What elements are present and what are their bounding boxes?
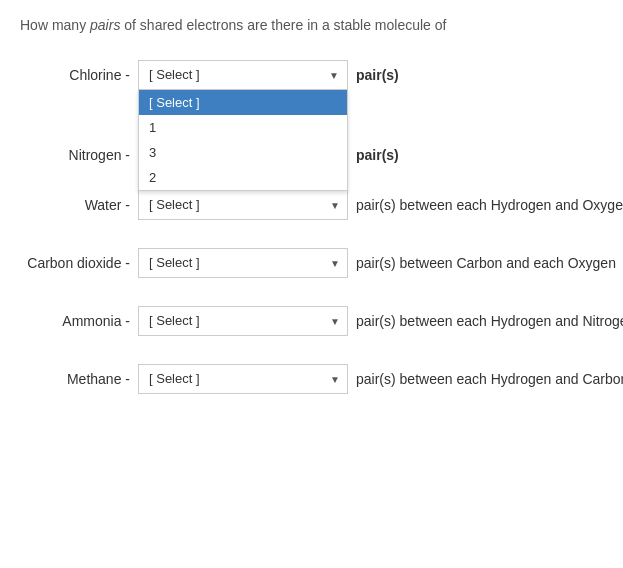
chlorine-select-display[interactable]: [ Select ] <box>138 60 348 90</box>
nitrogen-suffix: pair(s) <box>356 147 399 163</box>
ammonia-select[interactable]: [ Select ] 1 2 3 <box>138 306 348 336</box>
ammonia-label: Ammonia - <box>20 313 130 329</box>
chlorine-option-1[interactable]: 1 <box>139 115 347 140</box>
water-select-wrapper[interactable]: [ Select ] 1 2 3 <box>138 190 348 220</box>
ammonia-row: Ammonia - [ Select ] 1 2 3 pair(s) betwe… <box>20 306 603 336</box>
methane-select-wrapper[interactable]: [ Select ] 1 2 3 <box>138 364 348 394</box>
methane-row: Methane - [ Select ] 1 2 3 pair(s) betwe… <box>20 364 603 394</box>
chlorine-select-wrapper[interactable]: [ Select ] [ Select ] 1 3 2 <box>138 60 348 90</box>
chlorine-option-2[interactable]: 2 <box>139 165 347 190</box>
water-suffix: pair(s) between each Hydrogen and Oxygen <box>356 197 623 213</box>
water-label: Water - <box>20 197 130 213</box>
chlorine-suffix: pair(s) <box>356 67 399 83</box>
chlorine-option-select[interactable]: [ Select ] <box>139 90 347 115</box>
chlorine-dropdown-list[interactable]: [ Select ] 1 3 2 <box>138 90 348 191</box>
chlorine-row: Chlorine - [ Select ] [ Select ] 1 3 2 p… <box>20 60 603 90</box>
ammonia-suffix: pair(s) between each Hydrogen and Nitrog… <box>356 313 623 329</box>
water-row: Water - [ Select ] 1 2 3 pair(s) between… <box>20 190 603 220</box>
carbon-dioxide-suffix: pair(s) between Carbon and each Oxygen <box>356 255 616 271</box>
chlorine-label: Chlorine - <box>20 67 130 83</box>
methane-suffix: pair(s) between each Hydrogen and Carbon <box>356 371 623 387</box>
methane-select[interactable]: [ Select ] 1 2 3 <box>138 364 348 394</box>
carbon-dioxide-label: Carbon dioxide - <box>20 255 130 271</box>
question-text: How many pairs of shared electrons are t… <box>20 16 603 36</box>
carbon-dioxide-row: Carbon dioxide - [ Select ] 1 2 3 pair(s… <box>20 248 603 278</box>
carbon-dioxide-select-wrapper[interactable]: [ Select ] 1 2 3 <box>138 248 348 278</box>
water-select[interactable]: [ Select ] 1 2 3 <box>138 190 348 220</box>
ammonia-select-wrapper[interactable]: [ Select ] 1 2 3 <box>138 306 348 336</box>
chlorine-option-3[interactable]: 3 <box>139 140 347 165</box>
methane-label: Methane - <box>20 371 130 387</box>
carbon-dioxide-select[interactable]: [ Select ] 1 2 3 <box>138 248 348 278</box>
nitrogen-label: Nitrogen - <box>20 147 130 163</box>
